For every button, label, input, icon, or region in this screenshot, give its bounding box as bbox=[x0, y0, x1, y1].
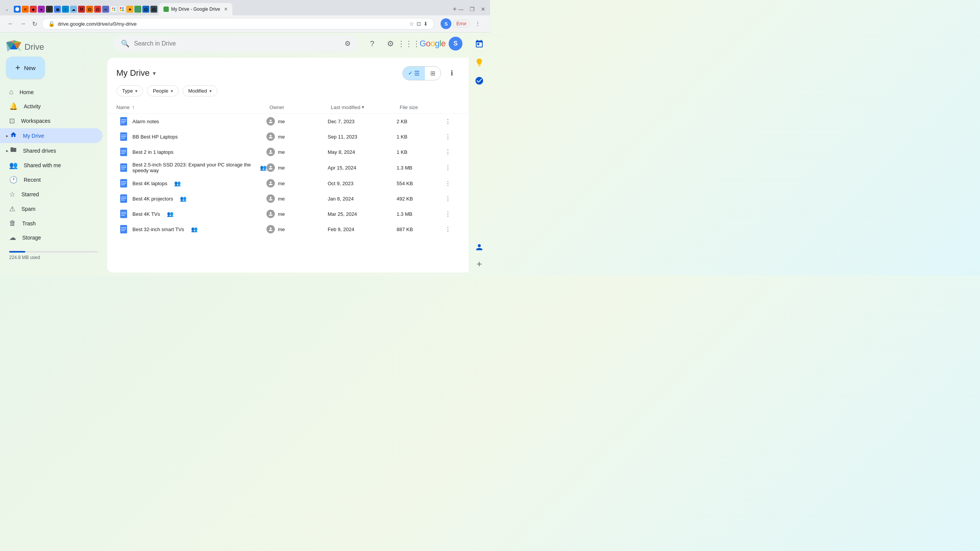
owner-name: me bbox=[278, 196, 285, 202]
more-options-button[interactable]: ⋮ bbox=[443, 209, 453, 219]
ext-icon-10[interactable]: ⏻ bbox=[86, 6, 93, 13]
ext-icon-5[interactable]: G bbox=[46, 6, 53, 13]
file-name: Best 4K projectors bbox=[132, 196, 173, 202]
info-button[interactable]: ℹ bbox=[444, 65, 459, 81]
search-options-icon[interactable]: ⚙ bbox=[345, 39, 351, 48]
profile-button[interactable]: S bbox=[441, 18, 451, 29]
owner-avatar bbox=[266, 117, 275, 126]
screen-cast-icon[interactable]: ⊡ bbox=[416, 21, 421, 27]
ext-icon-1[interactable] bbox=[14, 6, 21, 13]
search-input[interactable] bbox=[134, 40, 340, 47]
right-panel-contacts-icon[interactable] bbox=[471, 239, 488, 256]
help-button[interactable]: ? bbox=[364, 36, 380, 51]
table-row[interactable]: Best 4K projectors 👥 me Jan 8, 2024 492 … bbox=[110, 191, 466, 206]
ext-icon-4[interactable]: ● bbox=[38, 6, 45, 13]
svg-rect-21 bbox=[121, 152, 126, 152]
ext-icon-12[interactable]: ∞ bbox=[102, 6, 109, 13]
sidebar-item-shared-with-me[interactable]: 👥 Shared with me bbox=[0, 158, 103, 173]
reload-button[interactable]: ↻ bbox=[31, 19, 39, 29]
list-view-button[interactable]: ✓ ☰ bbox=[403, 67, 425, 80]
workspaces-icon: ⊡ bbox=[9, 117, 15, 125]
table-row[interactable]: Alarm notes me Dec 7, 2023 2 KB ⋮ bbox=[110, 114, 466, 129]
sidebar-item-my-drive[interactable]: ▸ My Drive bbox=[0, 128, 103, 143]
tab-close-button[interactable]: ✕ bbox=[224, 7, 228, 12]
sidebar-item-trash[interactable]: 🗑 Trash bbox=[0, 216, 103, 230]
sidebar-item-activity[interactable]: 🔔 Activity bbox=[0, 99, 103, 114]
sidebar-item-starred[interactable]: ☆ Starred bbox=[0, 187, 103, 202]
ext-icon-6[interactable]: ▣ bbox=[54, 6, 61, 13]
settings-button[interactable]: ⚙ bbox=[383, 36, 398, 51]
browser-menu-button[interactable]: ⋮ bbox=[472, 18, 484, 30]
right-panel-tasks-icon[interactable] bbox=[471, 72, 488, 89]
error-badge[interactable]: Error bbox=[453, 20, 470, 28]
filter-modified[interactable]: Modified ▾ bbox=[183, 85, 217, 96]
table-row[interactable]: Best 4K TVs 👥 me Mar 25, 2024 1.3 MB ⋮ bbox=[110, 206, 466, 222]
close-button[interactable]: ✕ bbox=[479, 5, 487, 14]
table-header: Name ↑ Owner Last modified ▾ File size bbox=[107, 101, 469, 114]
right-panel-add-icon[interactable]: + bbox=[471, 256, 488, 272]
file-table: Name ↑ Owner Last modified ▾ File size bbox=[107, 101, 469, 272]
table-row[interactable]: Best 2 in 1 laptops me May 8, 2024 1 KB … bbox=[110, 144, 466, 160]
ext-icon-3[interactable]: ◆ bbox=[30, 6, 37, 13]
ext-icon-8[interactable]: ☁ bbox=[70, 6, 77, 13]
ext-icon-13[interactable] bbox=[110, 6, 117, 13]
sidebar-item-spam[interactable]: ⚠ Spam bbox=[0, 202, 103, 216]
file-size-column-header[interactable]: File size bbox=[400, 104, 446, 110]
forward-button[interactable]: → bbox=[18, 19, 28, 29]
filter-people[interactable]: People ▾ bbox=[147, 85, 178, 96]
table-row[interactable]: Best 4K laptops 👥 me Oct 9, 2023 554 KB … bbox=[110, 176, 466, 191]
search-bar[interactable]: 🔍 ⚙ bbox=[113, 36, 358, 52]
more-options-button[interactable]: ⋮ bbox=[443, 116, 453, 127]
ext-icon-9[interactable]: M bbox=[78, 6, 85, 13]
sidebar-item-shared-drives[interactable]: ▸ Shared drives bbox=[0, 143, 103, 158]
check-icon: ✓ bbox=[408, 70, 413, 76]
ext-icon-11[interactable]: ⏻ bbox=[94, 6, 101, 13]
svg-rect-24 bbox=[121, 166, 126, 166]
more-options-button[interactable]: ⋮ bbox=[443, 224, 453, 235]
sidebar-item-home[interactable]: ⌂ Home bbox=[0, 85, 103, 99]
ext-icon-17[interactable]: ⏻ bbox=[150, 6, 157, 13]
minimize-button[interactable]: — bbox=[457, 5, 465, 14]
title-dropdown-icon[interactable]: ▾ bbox=[153, 70, 156, 77]
filter-type[interactable]: Type ▾ bbox=[116, 85, 143, 96]
bookmark-icon[interactable]: ☆ bbox=[409, 21, 414, 27]
more-options-button[interactable]: ⋮ bbox=[443, 162, 453, 173]
user-avatar[interactable]: S bbox=[449, 37, 462, 51]
last-modified-cell: Dec 7, 2023 bbox=[328, 119, 397, 124]
table-row[interactable]: Best 32-inch smart TVs 👥 me Feb 9, 2024 … bbox=[110, 222, 466, 237]
table-row[interactable]: BB Best HP Laptops me Sep 11, 2023 1 KB … bbox=[110, 129, 466, 144]
owner-avatar bbox=[266, 148, 275, 156]
table-row[interactable]: Best 2.5-inch SSD 2023: Expand your PC s… bbox=[110, 160, 466, 176]
new-button[interactable]: + New bbox=[6, 57, 45, 79]
last-modified-column-header[interactable]: Last modified ▾ bbox=[331, 104, 400, 110]
ext-icon-drive[interactable] bbox=[134, 6, 141, 13]
svg-rect-38 bbox=[121, 215, 125, 216]
more-options-button[interactable]: ⋮ bbox=[443, 147, 453, 157]
download-icon[interactable]: ⬇ bbox=[423, 21, 428, 27]
ext-icon-14[interactable] bbox=[118, 6, 125, 13]
tab-expand-button[interactable]: ⌄ bbox=[3, 5, 11, 13]
sidebar-item-storage[interactable]: ☁ Storage bbox=[0, 230, 103, 245]
active-tab[interactable]: My Drive - Google Drive ✕ bbox=[159, 3, 232, 15]
svg-rect-34 bbox=[121, 200, 125, 201]
more-options-button[interactable]: ⋮ bbox=[443, 178, 453, 189]
ext-icon-15[interactable]: ★ bbox=[126, 6, 133, 13]
more-options-button[interactable]: ⋮ bbox=[443, 193, 453, 204]
sidebar-item-workspaces[interactable]: ⊡ Workspaces bbox=[0, 114, 103, 128]
owner-column-header[interactable]: Owner bbox=[270, 104, 331, 110]
maximize-button[interactable]: ❐ bbox=[468, 5, 476, 14]
grid-view-button[interactable]: ⊞ bbox=[425, 67, 441, 80]
ext-icon-2[interactable]: ✕ bbox=[22, 6, 29, 13]
more-options-button[interactable]: ⋮ bbox=[443, 131, 453, 142]
address-bar[interactable]: 🔒 drive.google.com/drive/u/0/my-drive ☆ … bbox=[42, 18, 434, 29]
name-column-header[interactable]: Name ↑ bbox=[116, 104, 270, 110]
sidebar-item-recent[interactable]: 🕐 Recent bbox=[0, 173, 103, 187]
right-panel-calendar-icon[interactable] bbox=[471, 36, 488, 52]
recent-icon: 🕐 bbox=[9, 176, 18, 184]
right-panel-keep-icon[interactable] bbox=[471, 54, 488, 71]
new-tab-button[interactable]: + bbox=[452, 5, 457, 13]
back-button[interactable]: ← bbox=[6, 19, 15, 29]
ext-icon-16[interactable]: ⏻ bbox=[142, 6, 149, 13]
apps-button[interactable]: ⋮⋮⋮ bbox=[401, 36, 416, 51]
ext-icon-7[interactable]: i bbox=[62, 6, 69, 13]
